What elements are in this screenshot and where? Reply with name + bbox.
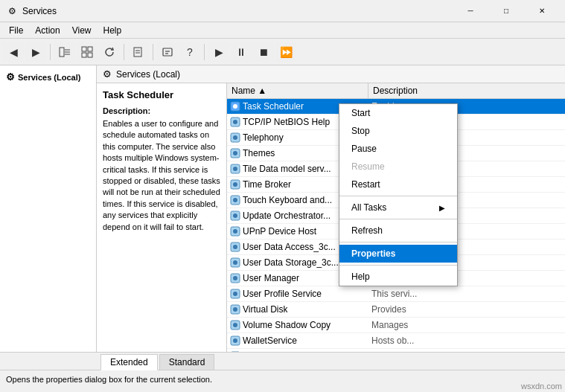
status-text: Opens the properties dialog box for the … — [6, 375, 212, 384]
svg-point-37 — [233, 276, 237, 280]
svg-point-29 — [233, 213, 237, 218]
restart-service-button[interactable]: ⏩ — [275, 42, 296, 62]
close-button[interactable]: ✕ — [525, 0, 559, 22]
toolbar-sep-2 — [124, 44, 124, 60]
service-icon — [230, 226, 240, 237]
svg-point-45 — [233, 338, 237, 343]
col-header-desc[interactable]: Description — [368, 83, 565, 98]
service-icon — [230, 132, 240, 143]
service-icon — [230, 257, 240, 268]
svg-rect-5 — [88, 47, 92, 51]
left-panel: ⚙ Services (Local) — [0, 65, 97, 352]
properties-button[interactable] — [157, 42, 178, 62]
refresh-button[interactable] — [99, 42, 120, 62]
back-button[interactable]: ◀ — [3, 42, 24, 62]
svg-point-23 — [233, 167, 237, 171]
context-menu-item: Resume — [339, 158, 457, 176]
service-icon — [230, 242, 240, 252]
toolbar: ◀ ▶ ? ▶ ⏸ ⏹ ⏩ — [0, 39, 565, 65]
context-menu-item[interactable]: Restart — [339, 176, 457, 193]
table-row[interactable]: Web ManagementWeb-bas... — [227, 349, 565, 352]
table-row[interactable]: Virtual DiskProvides — [227, 302, 565, 318]
svg-rect-11 — [163, 48, 172, 56]
right-panel-header: ⚙ Services (Local) — [97, 65, 565, 83]
context-menu-separator — [339, 242, 457, 242]
service-icon — [230, 195, 240, 205]
svg-point-35 — [233, 260, 237, 265]
service-icon — [230, 117, 240, 127]
svg-rect-8 — [134, 48, 141, 57]
toolbar-sep-3 — [153, 44, 153, 60]
context-menu-item[interactable]: Help — [339, 268, 457, 286]
svg-point-19 — [233, 135, 237, 140]
service-icon — [230, 304, 240, 315]
menu-bar: File Action View Help — [0, 22, 565, 39]
service-icon — [230, 289, 240, 299]
toolbar-sep-4 — [204, 44, 205, 60]
service-icon — [230, 148, 240, 158]
left-panel-header: ⚙ Services (Local) — [6, 71, 90, 83]
title-bar: ⚙ Services ─ □ ✕ — [0, 0, 565, 22]
status-bar: Opens the properties dialog box for the … — [0, 370, 565, 388]
service-icon — [230, 179, 240, 190]
table-row[interactable]: WalletServiceHosts ob... — [227, 333, 565, 349]
svg-point-25 — [233, 182, 237, 187]
export-list-button[interactable] — [128, 42, 149, 62]
svg-rect-6 — [82, 53, 86, 57]
submenu-arrow-icon: ▶ — [439, 204, 445, 212]
description-label: Description: — [103, 106, 220, 115]
window-controls: ─ □ ✕ — [453, 0, 559, 22]
main-area: ⚙ Services (Local) ⚙ Services (Local) Ta… — [0, 65, 565, 352]
expand-button[interactable] — [77, 42, 98, 62]
svg-point-33 — [233, 245, 237, 249]
title-text: Services — [22, 6, 453, 16]
context-menu-item[interactable]: Stop — [339, 122, 457, 140]
svg-rect-7 — [88, 53, 92, 57]
context-menu-item[interactable]: Pause — [339, 140, 457, 158]
services-list-container: Name ▲ Description Task SchedulerEnables… — [227, 83, 565, 352]
menu-action[interactable]: Action — [29, 24, 66, 37]
context-menu-item[interactable]: Properties — [339, 245, 457, 263]
left-panel-label: Services (Local) — [18, 73, 80, 82]
svg-point-43 — [233, 323, 237, 327]
service-icon — [230, 211, 240, 221]
maximize-button[interactable]: □ — [489, 0, 523, 22]
forward-button[interactable]: ▶ — [25, 42, 46, 62]
menu-view[interactable]: View — [66, 24, 98, 37]
right-panel: ⚙ Services (Local) Task Scheduler Descri… — [97, 65, 565, 352]
context-menu-item[interactable]: All Tasks▶ — [339, 199, 457, 216]
service-icon — [230, 101, 240, 112]
help-button[interactable]: ? — [179, 42, 200, 62]
table-row[interactable]: Volume Shadow CopyManages — [227, 318, 565, 333]
context-menu-item[interactable]: Refresh — [339, 222, 457, 240]
context-menu-separator — [339, 265, 457, 266]
context-menu-item[interactable]: Start — [339, 104, 457, 122]
pause-service-button[interactable]: ⏸ — [231, 42, 252, 62]
tab-extended[interactable]: Extended — [100, 354, 158, 370]
svg-rect-4 — [82, 47, 86, 51]
selected-service-title: Task Scheduler — [103, 89, 220, 100]
service-icon — [230, 320, 240, 330]
context-menu-separator — [339, 196, 457, 196]
table-row[interactable]: User Profile ServiceThis servi... — [227, 286, 565, 302]
show-hide-tree-button[interactable] — [54, 42, 75, 62]
menu-help[interactable]: Help — [98, 24, 128, 37]
stop-service-button[interactable]: ⏹ — [253, 42, 274, 62]
menu-file[interactable]: File — [3, 24, 29, 37]
description-pane: Task Scheduler Description: Enables a us… — [97, 83, 227, 352]
svg-point-39 — [233, 292, 237, 296]
toolbar-sep-1 — [50, 44, 51, 60]
svg-point-31 — [233, 229, 237, 234]
services-local-icon: ⚙ — [6, 71, 15, 83]
start-service-button[interactable]: ▶ — [208, 42, 229, 62]
svg-point-21 — [233, 151, 237, 155]
service-icon — [230, 335, 240, 346]
minimize-button[interactable]: ─ — [453, 0, 488, 22]
tab-bar: Extended Standard — [0, 352, 565, 370]
tab-standard[interactable]: Standard — [159, 354, 215, 370]
svg-point-41 — [233, 307, 237, 312]
title-icon: ⚙ — [6, 5, 18, 17]
col-header-name[interactable]: Name ▲ — [227, 83, 368, 98]
service-icon — [230, 351, 240, 352]
svg-point-17 — [233, 120, 237, 124]
